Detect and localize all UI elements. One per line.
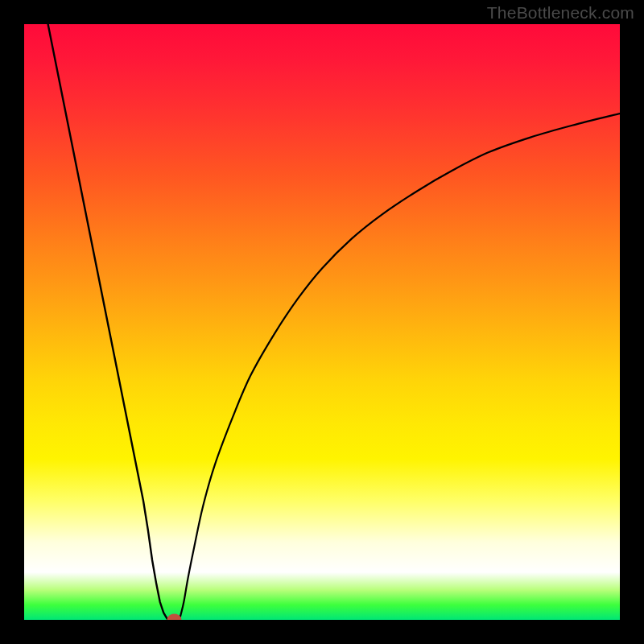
minimum-marker-icon (167, 614, 182, 620)
curve-layer (24, 24, 620, 620)
curve-right (180, 114, 620, 617)
curve-left (48, 24, 167, 619)
chart-frame: TheBottleneck.com (0, 0, 644, 644)
plot-area (24, 24, 620, 620)
watermark-label: TheBottleneck.com (487, 3, 634, 23)
